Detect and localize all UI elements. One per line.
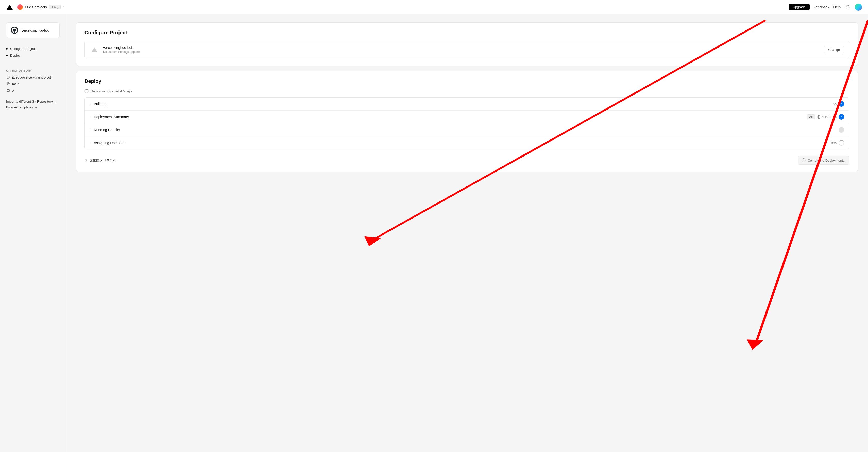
step-chevron-icon[interactable]: › (90, 128, 91, 131)
sidebar-item-deploy[interactable]: Deploy (6, 52, 60, 59)
sidebar-nav: Configure Project Deploy (6, 45, 60, 59)
browse-templates-link[interactable]: Browse Templates → (6, 106, 60, 109)
step-summary-meta: All 2 1 2s ✓ (807, 114, 844, 120)
change-button[interactable]: Change (824, 46, 844, 53)
project-config-info: vercel-xinghuo-bot No custom settings ap… (103, 46, 820, 54)
svg-line-13 (756, 20, 868, 342)
deploy-status-text: Deployment started 47s ago… (91, 89, 135, 93)
project-selector[interactable]: Eric's projects Hobby ⌃ (17, 4, 65, 10)
step-checks-status (839, 127, 844, 133)
svg-marker-14 (747, 339, 764, 350)
configure-project-title: Configure Project (85, 30, 849, 35)
step-domains-meta: 38s (831, 140, 844, 146)
folder-icon (6, 88, 10, 92)
project-avatar (17, 4, 23, 10)
sidebar-repo-name: vercel-xinghuo-bot (22, 28, 49, 32)
step-deployment-summary: › Deployment Summary All 2 1 2s ✓ (85, 111, 849, 123)
step-chevron-icon[interactable]: › (90, 115, 91, 118)
sidebar-git-path: ./ (6, 88, 60, 92)
step-building-status: ✓ (839, 101, 844, 107)
sidebar-meta: itdebug/vercel-xinghuo-bot main ./ (6, 75, 60, 92)
completing-text: Completing Deployment... (808, 159, 846, 162)
step-building-meta: 5s ✓ (833, 101, 844, 107)
project-config-item: vercel-xinghuo-bot No custom settings ap… (85, 41, 849, 58)
deploy-footer-text: 优化提示 · b974ab (89, 158, 116, 163)
files-badge: 2 (817, 115, 823, 119)
sidebar: vercel-xinghuo-bot Configure Project Dep… (0, 14, 66, 452)
step-checks-name: Running Checks (94, 128, 836, 132)
step-summary-time: 2s (833, 115, 837, 119)
step-running-checks: › Running Checks (85, 123, 849, 136)
nav-dot (6, 48, 8, 50)
step-domains-status (839, 140, 844, 146)
step-summary-name: Deployment Summary (94, 115, 804, 119)
completing-spinner (802, 158, 806, 162)
branch-icon (6, 82, 10, 86)
notification-icon[interactable] (845, 4, 851, 10)
sidebar-git-branch: main (6, 82, 60, 86)
user-avatar[interactable] (855, 4, 862, 11)
all-badge: All (807, 114, 815, 119)
svg-point-1 (7, 83, 8, 84)
deploy-spinner (85, 89, 89, 93)
step-chevron-icon[interactable]: › (90, 103, 91, 106)
github-icon (10, 26, 19, 34)
git-section-title: GIT REPOSITORY (6, 69, 60, 72)
nav-dot (6, 55, 8, 56)
deploy-title: Deploy (85, 78, 849, 84)
sidebar-git-repo: itdebug/vercel-xinghuo-bot (6, 75, 60, 79)
help-link[interactable]: Help (833, 5, 841, 9)
sidebar-links: Import a different Git Repository → Brow… (6, 100, 60, 109)
svg-line-10 (826, 116, 828, 118)
project-icon (90, 45, 99, 54)
github-small-icon (6, 75, 10, 79)
step-domains-name: Assigning Domains (94, 141, 828, 145)
header: Eric's projects Hobby ⌃ Upgrade Feedback… (0, 0, 868, 14)
upgrade-button[interactable]: Upgrade (789, 4, 810, 10)
project-config-sub: No custom settings applied. (103, 50, 820, 54)
step-building: › Building 5s ✓ (85, 97, 849, 111)
project-badge: Hobby (49, 5, 61, 9)
header-actions: Upgrade Feedback Help (789, 4, 862, 11)
step-assigning-domains: › Assigning Domains 38s (85, 136, 849, 149)
deploy-steps: › Building 5s ✓ › Deployment Summary All (85, 97, 849, 149)
project-config-name: vercel-xinghuo-bot (103, 46, 820, 50)
deploy-completing: Completing Deployment... (798, 156, 849, 165)
deploy-footer: 优化提示 · b974ab Completing Deployment... (85, 153, 849, 165)
deploy-footer-link[interactable]: 优化提示 · b974ab (85, 158, 116, 163)
content-area: Configure Project vercel-xinghuo-bot No … (66, 14, 868, 452)
vercel-logo (6, 4, 13, 11)
step-building-name: Building (94, 102, 830, 106)
step-domains-time: 38s (831, 141, 837, 145)
svg-point-2 (7, 84, 8, 85)
main-container: vercel-xinghuo-bot Configure Project Dep… (0, 14, 868, 452)
configure-project-card: Configure Project vercel-xinghuo-bot No … (76, 22, 858, 66)
feedback-link[interactable]: Feedback (814, 5, 829, 9)
chevron-down-icon: ⌃ (63, 6, 65, 8)
step-chevron-icon[interactable]: › (90, 141, 91, 144)
deploy-card: Deploy Deployment started 47s ago… › Bui… (76, 71, 858, 172)
import-git-link[interactable]: Import a different Git Repository → (6, 100, 60, 104)
project-name: Eric's projects (25, 5, 47, 9)
skipped-badge: 1 (825, 115, 831, 119)
svg-marker-12 (364, 236, 381, 247)
step-building-time: 5s (833, 102, 837, 106)
sidebar-item-configure[interactable]: Configure Project (6, 45, 60, 52)
step-checks-meta (839, 127, 844, 133)
step-summary-status: ✓ (839, 114, 844, 120)
sidebar-repo-card: vercel-xinghuo-bot (6, 22, 60, 38)
deploy-status-line: Deployment started 47s ago… (85, 89, 849, 93)
